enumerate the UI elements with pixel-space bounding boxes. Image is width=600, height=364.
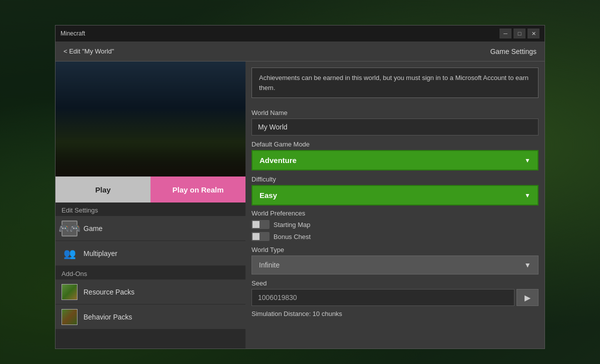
multiplayer-icon: 👥 <box>62 246 78 262</box>
world-type-label: World Type <box>252 246 538 254</box>
play-buttons: Play Play on Realm <box>56 176 246 202</box>
play-realm-button[interactable]: Play on Realm <box>150 176 246 202</box>
main-content: Play Play on Realm Edit Settings 🎮 Game … <box>56 62 544 348</box>
behavior-packs-icon <box>62 309 78 325</box>
seed-label: Seed <box>252 280 538 287</box>
bonus-chest-row: Bonus Chest <box>252 232 538 241</box>
title-bar: Minecraft ─ □ ✕ <box>56 26 544 42</box>
world-name-label: World Name <box>252 109 538 116</box>
game-mode-value: Adventure <box>260 156 296 164</box>
resource-packs-label: Resource Packs <box>84 288 134 296</box>
world-type-value: Infinite <box>259 261 280 269</box>
window-controls: ─ □ ✕ <box>500 28 540 38</box>
difficulty-dropdown[interactable]: Easy ▼ <box>252 185 538 206</box>
header-bar: < Edit "My World" Game Settings <box>56 42 544 62</box>
starting-map-label: Starting Map <box>274 221 310 228</box>
world-prefs-label: World Preferences <box>252 210 538 217</box>
game-mode-arrow: ▼ <box>524 157 530 164</box>
world-type-arrow: ▼ <box>524 261 531 269</box>
close-button[interactable]: ✕ <box>528 28 540 38</box>
behavior-packs-menu-item[interactable]: Behavior Packs <box>56 304 246 330</box>
sim-distance: Simulation Distance: 10 chunks <box>252 310 538 324</box>
left-panel: Play Play on Realm Edit Settings 🎮 Game … <box>56 62 246 348</box>
world-name-input[interactable] <box>252 118 538 136</box>
play-button[interactable]: Play <box>56 176 150 202</box>
maximize-button[interactable]: □ <box>514 28 526 38</box>
resource-packs-menu-item[interactable]: Resource Packs <box>56 280 246 304</box>
settings-section: World Name Default Game Mode Adventure ▼… <box>246 104 544 324</box>
game-label: Game <box>84 224 102 232</box>
main-window: Minecraft ─ □ ✕ < Edit "My World" Game S… <box>55 25 545 349</box>
addons-label: Add-Ons <box>56 266 246 280</box>
game-icon: 🎮 <box>62 220 78 236</box>
back-link[interactable]: < Edit "My World" <box>64 48 490 55</box>
seed-row: ▶ <box>252 289 538 306</box>
edit-settings-label: Edit Settings <box>56 202 246 216</box>
difficulty-value: Easy <box>260 191 277 200</box>
behavior-packs-label: Behavior Packs <box>84 313 132 321</box>
starting-map-toggle[interactable] <box>252 220 270 229</box>
difficulty-label: Difficulty <box>252 176 538 183</box>
window-title: Minecraft <box>60 30 500 37</box>
bonus-chest-toggle[interactable] <box>252 232 270 241</box>
right-panel: Achievements can be earned in this world… <box>246 62 544 348</box>
game-mode-label: Default Game Mode <box>252 140 538 148</box>
minimize-button[interactable]: ─ <box>500 28 512 38</box>
starting-map-row: Starting Map <box>252 220 538 229</box>
world-type-dropdown[interactable]: Infinite ▼ <box>252 256 538 274</box>
info-box: Achievements can be earned in this world… <box>252 68 538 98</box>
resource-packs-icon <box>62 284 78 300</box>
game-menu-item[interactable]: 🎮 Game <box>56 216 246 241</box>
difficulty-arrow: ▼ <box>524 192 530 199</box>
info-text: Achievements can be earned in this world… <box>259 74 528 92</box>
world-preview <box>56 62 246 176</box>
game-mode-dropdown[interactable]: Adventure ▼ <box>252 150 538 170</box>
seed-button[interactable]: ▶ <box>516 289 538 306</box>
seed-input[interactable] <box>252 289 514 306</box>
multiplayer-label: Multiplayer <box>84 250 118 258</box>
multiplayer-menu-item[interactable]: 👥 Multiplayer <box>56 241 246 266</box>
bonus-chest-label: Bonus Chest <box>274 233 310 240</box>
header-title: Game Settings <box>490 48 536 56</box>
